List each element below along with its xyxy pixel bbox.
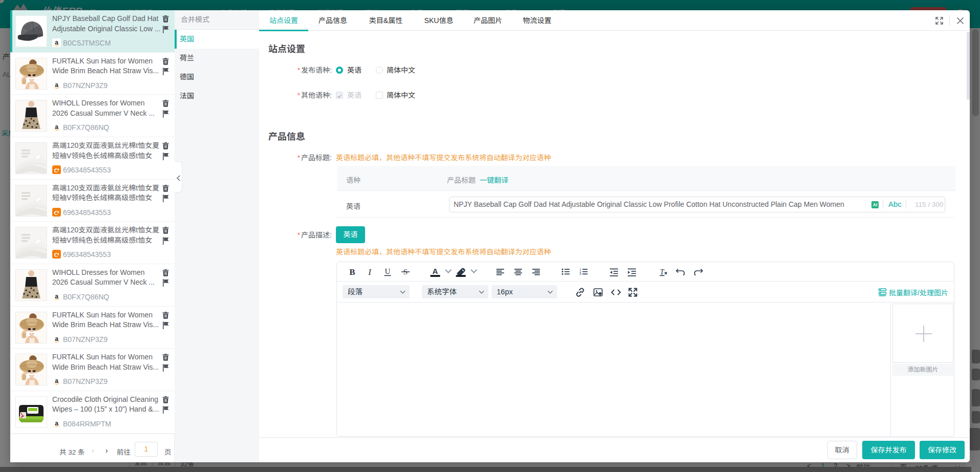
svg-text:a: a xyxy=(55,81,58,88)
svg-text:a: a xyxy=(55,123,58,131)
svg-text:a: a xyxy=(55,419,58,426)
svg-text:U: U xyxy=(385,267,391,275)
svg-text:a: a xyxy=(55,39,58,46)
svg-text:a: a xyxy=(55,292,58,299)
svg-text:a: a xyxy=(55,377,58,384)
svg-text:3: 3 xyxy=(580,272,581,275)
svg-text:a: a xyxy=(55,335,58,342)
svg-text:I: I xyxy=(368,267,372,276)
svg-text:A: A xyxy=(433,266,438,275)
svg-text:T: T xyxy=(660,268,665,275)
svg-text:B: B xyxy=(349,267,355,276)
